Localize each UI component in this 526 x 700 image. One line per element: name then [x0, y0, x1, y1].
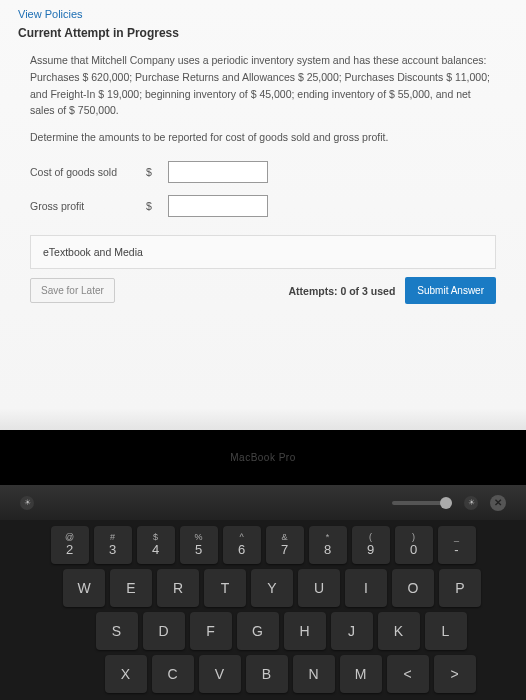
- key[interactable]: I: [345, 569, 387, 607]
- key[interactable]: #3: [94, 526, 132, 564]
- key[interactable]: X: [105, 655, 147, 693]
- key[interactable]: N: [293, 655, 335, 693]
- key[interactable]: ^6: [223, 526, 261, 564]
- key[interactable]: J: [331, 612, 373, 650]
- submit-answer-button[interactable]: Submit Answer: [405, 277, 496, 304]
- action-bar: Save for Later Attempts: 0 of 3 used Sub…: [30, 277, 496, 304]
- brightness-high-icon[interactable]: ☀: [464, 496, 478, 510]
- touchbar-slider[interactable]: [392, 501, 452, 505]
- touchbar: ☀ ☀ ✕: [0, 485, 526, 520]
- key[interactable]: (9: [352, 526, 390, 564]
- laptop-bezel: MacBook Pro: [0, 430, 526, 485]
- attempts-counter: Attempts: 0 of 3 used: [289, 285, 396, 297]
- save-for-later-button[interactable]: Save for Later: [30, 278, 115, 303]
- attempt-status-header: Current Attempt in Progress: [18, 26, 508, 40]
- keyboard-row-4: XCVBNM<>: [4, 655, 522, 693]
- key[interactable]: H: [284, 612, 326, 650]
- submit-group: Attempts: 0 of 3 used Submit Answer: [289, 277, 496, 304]
- key[interactable]: L: [425, 612, 467, 650]
- key[interactable]: Y: [251, 569, 293, 607]
- key[interactable]: )0: [395, 526, 433, 564]
- key[interactable]: @2: [51, 526, 89, 564]
- key[interactable]: F: [190, 612, 232, 650]
- problem-instruction: Determine the amounts to be reported for…: [30, 131, 496, 143]
- keyboard: @2#3$4%5^6&7*8(9)0_- WERTYUIOP SDFGHJKL …: [0, 520, 526, 700]
- view-policies-link[interactable]: View Policies: [18, 8, 508, 20]
- problem-statement: Assume that Mitchell Company uses a peri…: [30, 52, 496, 119]
- brightness-low-icon[interactable]: ☀: [20, 496, 34, 510]
- key[interactable]: G: [237, 612, 279, 650]
- key[interactable]: $4: [137, 526, 175, 564]
- key[interactable]: >: [434, 655, 476, 693]
- cogs-input[interactable]: [168, 161, 268, 183]
- key[interactable]: _-: [438, 526, 476, 564]
- gross-profit-label: Gross profit: [30, 200, 130, 212]
- touchbar-close-icon[interactable]: ✕: [490, 495, 506, 511]
- keyboard-row-2: WERTYUIOP: [4, 569, 522, 607]
- key[interactable]: W: [63, 569, 105, 607]
- key[interactable]: M: [340, 655, 382, 693]
- keyboard-number-row: @2#3$4%5^6&7*8(9)0_-: [4, 526, 522, 564]
- key[interactable]: S: [96, 612, 138, 650]
- key[interactable]: U: [298, 569, 340, 607]
- gross-profit-answer-row: Gross profit $: [30, 195, 496, 217]
- key[interactable]: *8: [309, 526, 347, 564]
- gross-profit-input[interactable]: [168, 195, 268, 217]
- key[interactable]: P: [439, 569, 481, 607]
- key[interactable]: %5: [180, 526, 218, 564]
- assignment-screen: View Policies Current Attempt in Progres…: [0, 0, 526, 430]
- resources-panel[interactable]: eTextbook and Media: [30, 235, 496, 269]
- key[interactable]: D: [143, 612, 185, 650]
- key[interactable]: E: [110, 569, 152, 607]
- key[interactable]: <: [387, 655, 429, 693]
- cogs-label: Cost of goods sold: [30, 166, 130, 178]
- key[interactable]: &7: [266, 526, 304, 564]
- laptop-brand-label: MacBook Pro: [230, 452, 296, 463]
- key[interactable]: R: [157, 569, 199, 607]
- currency-symbol: $: [146, 166, 152, 178]
- key[interactable]: V: [199, 655, 241, 693]
- key[interactable]: B: [246, 655, 288, 693]
- key[interactable]: T: [204, 569, 246, 607]
- key[interactable]: C: [152, 655, 194, 693]
- keyboard-row-3: SDFGHJKL: [4, 612, 522, 650]
- cogs-answer-row: Cost of goods sold $: [30, 161, 496, 183]
- key[interactable]: K: [378, 612, 420, 650]
- key[interactable]: O: [392, 569, 434, 607]
- currency-symbol: $: [146, 200, 152, 212]
